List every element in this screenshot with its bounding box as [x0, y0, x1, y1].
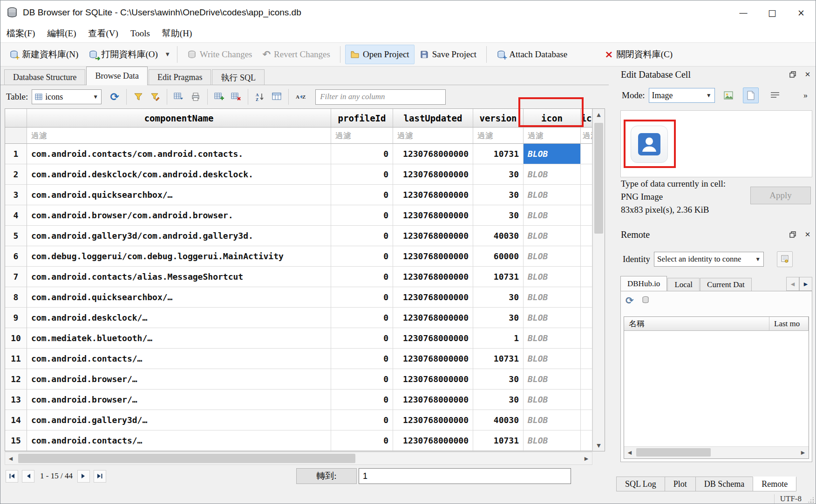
cell-version[interactable]: 30 — [473, 287, 524, 308]
cell-extra[interactable] — [581, 328, 592, 349]
scroll-left-icon[interactable]: ◀ — [5, 452, 16, 464]
cell-lastUpdated[interactable]: 1230768000000 — [393, 226, 473, 246]
write-changes-button[interactable]: Write Changes — [182, 45, 258, 64]
cell-componentName[interactable]: com.android.contacts/alias.MessageShortc… — [27, 267, 331, 287]
cell-profileId[interactable]: 0 — [331, 349, 393, 369]
cell-profileId[interactable]: 0 — [331, 369, 393, 390]
print-button[interactable] — [187, 88, 204, 106]
cell-icon-blob[interactable]: BLOB — [524, 349, 581, 369]
sort-button[interactable]: AZ — [252, 88, 268, 106]
dock-tab-sql-log[interactable]: SQL Log — [616, 477, 665, 491]
row-number[interactable]: 12 — [5, 369, 27, 390]
cell-version[interactable]: 1 — [473, 328, 524, 349]
refresh-table-button[interactable]: ⟳ — [106, 88, 123, 106]
cell-profileId[interactable]: 0 — [331, 226, 393, 246]
row-number[interactable]: 2 — [5, 164, 27, 185]
cell-componentName[interactable]: com.debug.loggerui/com.debug.loggerui.Ma… — [27, 246, 331, 267]
cell-version[interactable]: 30 — [473, 308, 524, 328]
cell-extra[interactable] — [581, 226, 592, 246]
row-number[interactable]: 8 — [5, 287, 27, 308]
maximize-button[interactable]: □ — [758, 0, 787, 25]
cell-icon-blob[interactable]: BLOB — [524, 246, 581, 267]
cell-extra[interactable] — [581, 205, 592, 226]
tab-database-structure[interactable]: Database Structure — [4, 69, 85, 85]
cell-lastUpdated[interactable]: 1230768000000 — [393, 369, 473, 390]
remote-clone-db-icon[interactable] — [641, 295, 651, 306]
table-selector[interactable]: icons ▼ — [32, 89, 102, 104]
cell-icon-blob[interactable]: BLOB — [524, 369, 581, 390]
close-database-button[interactable]: × 關閉資料庫(C) — [599, 45, 678, 64]
column-header-version[interactable]: version — [473, 109, 524, 128]
row-number[interactable]: 3 — [5, 185, 27, 205]
cell-profileId[interactable]: 0 — [331, 267, 393, 287]
filter-version[interactable]: 過濾 — [473, 128, 524, 144]
tab-dbhub[interactable]: DBHub.io — [620, 276, 667, 291]
open-project-button[interactable]: Open Project — [345, 45, 415, 64]
cell-version[interactable]: 10731 — [473, 430, 524, 451]
cell-componentName[interactable]: com.mediatek.bluetooth/… — [27, 328, 331, 349]
cell-icon-blob[interactable]: BLOB — [524, 226, 581, 246]
scroll-right-icon[interactable]: ▶ — [797, 447, 809, 458]
row-number[interactable]: 6 — [5, 246, 27, 267]
horizontal-scrollbar-thumb[interactable] — [18, 454, 355, 463]
global-filter-input[interactable] — [315, 89, 446, 105]
cell-componentName[interactable]: com.android.browser/… — [27, 369, 331, 390]
row-number[interactable]: 10 — [5, 328, 27, 349]
cell-profileId[interactable]: 0 — [331, 308, 393, 328]
menu-edit[interactable]: 編輯(E) — [41, 25, 82, 42]
insert-record-button[interactable] — [211, 88, 228, 106]
new-database-button[interactable]: ＋ 新建資料庫(N) — [4, 45, 83, 64]
menu-file[interactable]: 檔案(F) — [0, 25, 41, 42]
cell-profileId[interactable]: 0 — [331, 164, 393, 185]
cell-componentName[interactable]: com.android.deskclock/… — [27, 308, 331, 328]
row-number[interactable]: 5 — [5, 226, 27, 246]
column-header-profileId[interactable]: profileId — [331, 109, 393, 128]
cell-version[interactable]: 60000 — [473, 246, 524, 267]
open-database-button[interactable]: ➜ 打開資料庫(O) — [83, 45, 163, 64]
cell-lastUpdated[interactable]: 1230768000000 — [393, 410, 473, 430]
row-number[interactable]: 4 — [5, 205, 27, 226]
export-image-button[interactable] — [721, 87, 736, 103]
cell-componentName[interactable]: com.android.quicksearchbox/… — [27, 185, 331, 205]
cell-extra[interactable] — [581, 369, 592, 390]
cell-componentName[interactable]: com.android.contacts/… — [27, 430, 331, 451]
encoding-indicator[interactable]: UTF-8 — [774, 494, 802, 504]
cell-icon-blob[interactable]: BLOB — [524, 390, 581, 410]
horizontal-scrollbar[interactable]: ◀ ▶ — [5, 452, 592, 465]
menu-tools[interactable]: Tools — [124, 25, 156, 42]
dock-tab-db-schema[interactable]: DB Schema — [695, 477, 753, 491]
cell-componentName[interactable]: com.android.contacts/… — [27, 349, 331, 369]
row-number[interactable]: 13 — [5, 390, 27, 410]
text-view-button[interactable] — [743, 87, 759, 103]
remote-refresh-icon[interactable]: ⟳ — [626, 295, 634, 306]
cell-profileId[interactable]: 0 — [331, 328, 393, 349]
row-number[interactable]: 11 — [5, 349, 27, 369]
scroll-down-icon[interactable]: ▼ — [593, 440, 605, 451]
cell-profileId[interactable]: 0 — [331, 287, 393, 308]
cell-version[interactable]: 40030 — [473, 410, 524, 430]
cell-version[interactable]: 30 — [473, 185, 524, 205]
minimize-button[interactable]: — — [729, 0, 758, 25]
cell-componentName[interactable]: com.android.quicksearchbox/… — [27, 287, 331, 308]
tab-browse-data[interactable]: Browse Data — [86, 67, 147, 85]
filter-profileId[interactable]: 過濾 — [331, 128, 393, 144]
columns-button[interactable] — [268, 88, 285, 106]
scroll-up-icon[interactable]: ▲ — [593, 109, 605, 120]
cell-lastUpdated[interactable]: 1230768000000 — [393, 205, 473, 226]
cell-componentName[interactable]: com.android.contacts/com.android.contact… — [27, 144, 331, 164]
cell-icon-blob[interactable]: BLOB — [524, 267, 581, 287]
save-project-button[interactable]: Save Project — [415, 45, 482, 64]
cell-profileId[interactable]: 0 — [331, 390, 393, 410]
cell-extra[interactable] — [581, 267, 592, 287]
open-database-dropdown[interactable]: ▼ — [163, 45, 172, 64]
vertical-scrollbar-thumb[interactable] — [594, 123, 603, 234]
close-panel-icon[interactable]: ✕ — [802, 69, 814, 80]
cell-lastUpdated[interactable]: 1230768000000 — [393, 390, 473, 410]
filter-lastUpdated[interactable]: 過濾 — [393, 128, 473, 144]
cell-icon-blob[interactable]: BLOB — [524, 287, 581, 308]
vertical-scrollbar[interactable]: ▲ ▼ — [592, 109, 605, 451]
cell-version[interactable]: 30 — [473, 205, 524, 226]
cell-icon-blob[interactable]: BLOB — [524, 308, 581, 328]
clear-filters-button[interactable] — [130, 88, 147, 106]
cell-profileId[interactable]: 0 — [331, 185, 393, 205]
